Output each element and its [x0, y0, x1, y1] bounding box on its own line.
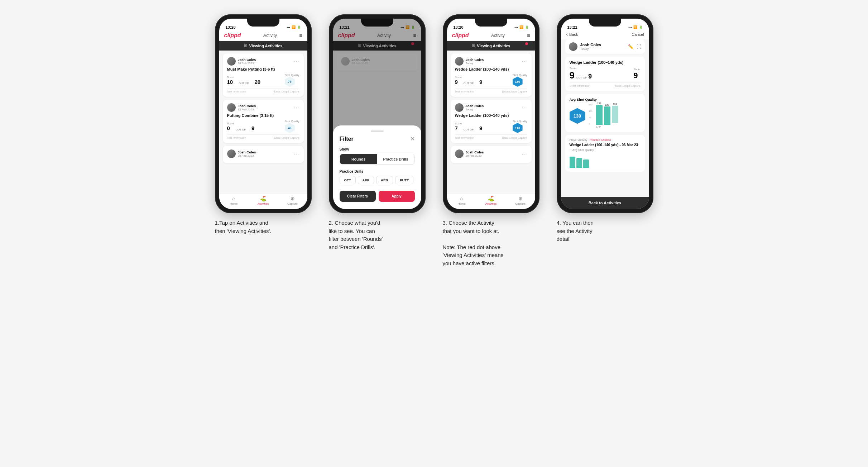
signal-icon-4: ▪▪▪ — [628, 25, 632, 29]
filter-rounds-btn[interactable]: Rounds — [340, 154, 377, 164]
cancel-btn[interactable]: Cancel — [632, 32, 644, 37]
bar-3 — [612, 106, 618, 123]
menu-icon-1[interactable]: ≡ — [299, 33, 302, 38]
viewing-banner-1[interactable]: ⊞ Viewing Activities — [219, 41, 307, 51]
nav-home-3[interactable]: ⌂ Home — [447, 196, 476, 205]
capture-icon-1: ⊕ — [291, 196, 295, 201]
back-btn[interactable]: < Back — [566, 32, 578, 37]
quality-hex-1: 75 — [285, 77, 295, 87]
phones-row: 13:20 ▪▪▪ 🛜 🔋 clippd Activity ≡ ⊞ Vi — [211, 14, 657, 267]
user-date-2: 28 Feb 2023 — [238, 108, 256, 111]
activities-list-3: Josh Coles Today ··· Wedge Ladder (100–1… — [447, 51, 535, 193]
detail-user-info: Josh Coles Today — [569, 42, 601, 51]
user-date-3-1: Today — [466, 62, 484, 65]
app-logo-1: clippd — [224, 32, 241, 39]
status-time-1: 13:20 — [226, 25, 236, 29]
signal-icon: ▪▪▪ — [287, 25, 290, 29]
activity-card-3-1[interactable]: Josh Coles Today ··· Wedge Ladder (100–1… — [451, 53, 532, 97]
detail-score-num: 9 — [570, 70, 575, 81]
filter-drills-btn[interactable]: Practice Drills — [377, 154, 414, 164]
activities-icon-3: ⛳ — [488, 196, 494, 201]
detail-header: < Back Cancel — [561, 31, 649, 39]
avatar-3-1 — [455, 57, 464, 66]
phone-frame-4: 13:21 ▪▪▪ 🛜 🔋 < Back Cancel — [557, 14, 653, 213]
app-title-1: Activity — [263, 33, 277, 38]
card-dots-3-1[interactable]: ··· — [522, 58, 527, 64]
battery-icon: 🔋 — [297, 25, 301, 29]
card-header-1: Josh Coles 28 Feb 2023 ··· — [227, 57, 299, 66]
chart-container: 140 100 50 0 132 — [589, 104, 641, 128]
viewing-banner-3[interactable]: ⊞ Viewing Activities — [447, 41, 535, 51]
filter-drills-label: Practice Drills — [340, 170, 415, 173]
activity-card-2[interactable]: Josh Coles 28 Feb 2023 ··· Putting Combi… — [223, 100, 304, 143]
filter-close-btn[interactable]: ✕ — [410, 135, 415, 142]
activities-icon-1: ⛳ — [260, 196, 266, 201]
activity-card-1[interactable]: Josh Coles 28 Feb 2023 ··· Must Make Put… — [223, 53, 304, 97]
activity-card-3[interactable]: Josh Coles 28 Feb 2023 ··· — [223, 146, 304, 163]
status-time-4: 13:21 — [567, 25, 577, 29]
card-header-3-1: Josh Coles Today ··· — [455, 57, 527, 66]
practice-session-card: Player Activity · Practice Session Wedge… — [565, 135, 645, 172]
status-icons-3: ▪▪▪ 🛜 🔋 — [514, 25, 529, 29]
wedge-subtitle: ··· Avg Shot Quality — [570, 148, 641, 152]
card-header-3: Josh Coles 28 Feb 2023 ··· — [227, 149, 299, 158]
nav-capture-3[interactable]: ⊕ Capture — [506, 196, 535, 205]
nav-activities-label-1: Activities — [258, 202, 269, 205]
user-name-3: Josh Coles — [238, 150, 256, 154]
card-dots-3-2[interactable]: ··· — [522, 105, 527, 110]
chip-app[interactable]: APP — [358, 176, 374, 184]
avatar-1 — [227, 57, 236, 66]
battery-icon-3: 🔋 — [525, 25, 529, 29]
expand-icon[interactable]: ⛶ — [637, 44, 641, 49]
back-to-activities-btn[interactable]: Back to Activities — [561, 197, 649, 209]
wifi-icon: 🛜 — [292, 25, 296, 29]
nav-capture-1[interactable]: ⊕ Capture — [278, 196, 307, 205]
stats-row-1: Score 10 OUT OF 20 Shot Quality 75 — [227, 73, 299, 87]
practice-session-label: Player Activity · Practice Session — [570, 138, 641, 142]
bar-1 — [596, 105, 603, 125]
activity-title-3-1: Wedge Ladder (100–140 yds) — [455, 67, 527, 71]
detail-user-row: Josh Coles Today ✏️ ⛶ — [565, 39, 645, 54]
bottom-nav-1: ⌂ Home ⛳ Activities ⊕ Capture — [219, 193, 307, 209]
nav-activities-1[interactable]: ⛳ Activities — [249, 196, 278, 205]
activity-title-3-2: Wedge Ladder (100–140 yds) — [455, 113, 527, 118]
mini-chart — [570, 154, 641, 168]
menu-icon-3[interactable]: ≡ — [527, 33, 530, 38]
nav-activities-3[interactable]: ⛳ Activities — [476, 196, 506, 205]
filter-show-label: Show — [340, 147, 415, 151]
chip-arg[interactable]: ARG — [376, 176, 393, 184]
activity-card-3-2[interactable]: Josh Coles Today ··· Wedge Ladder (100–1… — [451, 100, 532, 143]
banner-icon-1: ⊞ — [244, 43, 247, 48]
edit-icon[interactable]: ✏️ — [628, 44, 634, 49]
filter-overlay: Filter ✕ Show Rounds Practice Drills Pra… — [333, 19, 421, 209]
chart-bars: 132 129 124 — [589, 104, 641, 125]
app-logo-3: clippd — [452, 32, 469, 39]
clear-filters-btn[interactable]: Clear Filters — [340, 191, 376, 202]
status-time-3: 13:20 — [454, 25, 464, 29]
user-date-3-2: Today — [466, 108, 484, 111]
phone-col-3: 13:20 ▪▪▪ 🛜 🔋 clippd Activity ≡ ⊞ Viewin… — [439, 14, 543, 267]
stats-row-3-2: Score 7 OUT OF 9 Shot Quality 118 — [455, 120, 527, 133]
battery-icon-4: 🔋 — [639, 25, 643, 29]
nav-home-1[interactable]: ⌂ Home — [219, 196, 249, 205]
phone-frame-3: 13:20 ▪▪▪ 🛜 🔋 clippd Activity ≡ ⊞ Viewin… — [443, 14, 539, 213]
chip-putt[interactable]: PUTT — [395, 176, 413, 184]
chip-ott[interactable]: OTT — [340, 176, 356, 184]
quality-stat-2: Shot Quality 45 — [285, 120, 299, 133]
activity-card-3-3[interactable]: Josh Coles 28 Feb 2023 ··· — [451, 146, 532, 163]
phone-frame-2: 13:21 ▪▪▪ 🛜 🔋 clippd Activity ≡ ⊞ Viewin… — [329, 14, 426, 213]
card-header-3-2: Josh Coles Today ··· — [455, 103, 527, 112]
filter-actions: Clear Filters Apply — [340, 191, 415, 202]
avg-quality-row: 130 140 100 50 0 — [570, 104, 641, 128]
banner-icon-3: ⊞ — [472, 43, 475, 48]
apply-btn[interactable]: Apply — [379, 191, 415, 202]
capture-icon-3: ⊕ — [518, 196, 523, 201]
detail-user-name: Josh Coles — [580, 43, 601, 47]
card-dots-1[interactable]: ··· — [294, 58, 299, 64]
practice-type: Practice Session — [590, 138, 611, 142]
card-dots-3[interactable]: ··· — [294, 151, 299, 157]
detail-shots-num: 9 — [633, 71, 638, 80]
card-dots-2[interactable]: ··· — [294, 105, 299, 110]
activity-title-1: Must Make Putting (3-6 ft) — [227, 67, 299, 71]
detail-avatar — [569, 42, 577, 51]
